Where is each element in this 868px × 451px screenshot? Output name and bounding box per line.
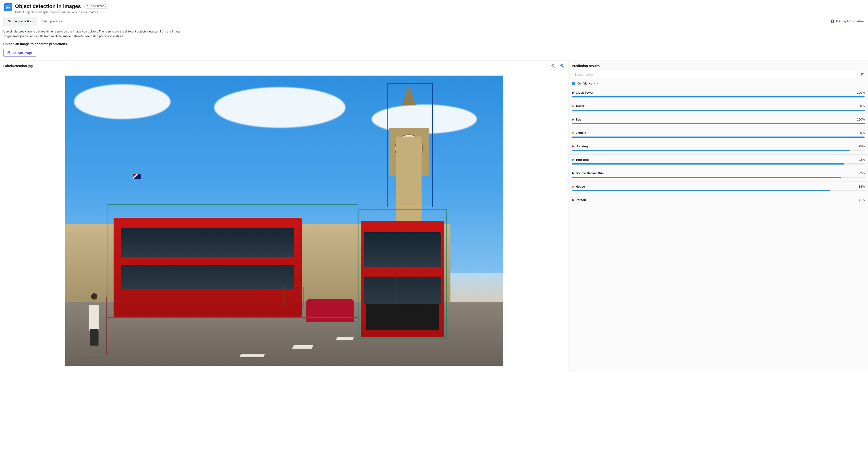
result-dot — [572, 92, 574, 94]
zoom-in-button[interactable] — [559, 63, 565, 69]
page-subtitle: Detect objects, concepts, scenes, and ac… — [15, 10, 864, 14]
tab-batch-prediction[interactable]: Batch prediction — [37, 17, 68, 26]
upload-button-label: Upload image — [12, 51, 32, 55]
upload-image-button[interactable]: Upload image — [3, 49, 36, 57]
result-label: Housing — [576, 144, 859, 148]
result-label: Clock Tower — [576, 91, 857, 94]
confidence-bar — [572, 190, 865, 191]
app-icon — [4, 3, 12, 11]
svg-rect-2 — [8, 52, 10, 54]
result-label: Vehicle — [576, 131, 857, 135]
result-label: House — [576, 185, 859, 188]
result-percent: 100% — [857, 104, 865, 108]
confidence-legend: Confidence i — [572, 82, 865, 85]
result-dot — [572, 132, 574, 134]
image-filename: LabelDetection.jpg — [3, 64, 547, 68]
zoom-out-icon — [551, 64, 555, 68]
result-percent: 100% — [857, 91, 865, 94]
result-label: Bus — [576, 118, 857, 121]
clipboard-icon — [7, 51, 10, 55]
result-dot — [572, 159, 574, 161]
result-item[interactable]: Bus100% — [568, 114, 868, 128]
detected-image: 453 — [65, 76, 503, 366]
search-labels-input[interactable] — [572, 71, 857, 78]
page-header: Object detection in images AI SOLUTION D… — [0, 0, 868, 17]
result-dot — [572, 145, 574, 147]
result-percent: 100% — [857, 131, 865, 135]
upload-heading: Upload an image to generate predictions. — [3, 42, 865, 46]
confidence-label: Confidence — [577, 82, 592, 85]
pricing-label: Pricing Information — [836, 20, 864, 23]
image-panel: LabelDetection.jpg — [0, 61, 568, 371]
result-label: Double Decker Bus — [576, 171, 859, 175]
results-title: Prediction results — [572, 64, 865, 68]
tab-single-prediction[interactable]: Single prediction — [3, 17, 37, 26]
zoom-out-button[interactable] — [550, 63, 556, 69]
confidence-bar — [572, 110, 865, 111]
result-item[interactable]: Person71% — [568, 195, 868, 205]
tabs-row: Single prediction Batch prediction $ Pri… — [0, 17, 868, 26]
result-item[interactable]: Tower100% — [568, 101, 868, 114]
bus-route-number: 453 — [372, 280, 432, 288]
result-percent: 71% — [859, 198, 865, 202]
result-dot — [572, 199, 574, 201]
result-percent: 100% — [857, 118, 865, 121]
result-label: Tour Bus — [576, 158, 859, 162]
sort-icon — [860, 73, 864, 77]
description-line-1: Use single prediction to get real-time r… — [3, 29, 865, 34]
result-percent: 88% — [859, 185, 865, 188]
result-item[interactable]: Double Decker Bus92% — [568, 168, 868, 181]
page-title: Object detection in images — [15, 3, 81, 9]
confidence-color-swatch — [572, 82, 575, 85]
pricing-information-link[interactable]: $ Pricing Information — [830, 18, 865, 25]
result-item[interactable]: House88% — [568, 181, 868, 195]
result-dot — [572, 119, 574, 120]
results-panel: Prediction results Confidence i Clock To… — [568, 61, 868, 371]
result-dot — [572, 105, 574, 107]
result-item[interactable]: Vehicle100% — [568, 128, 868, 141]
tab-description: Use single prediction to get real-time r… — [0, 26, 868, 41]
ai-solution-badge: AI SOLUTION — [84, 4, 109, 9]
result-percent: 93% — [859, 158, 865, 162]
info-icon[interactable]: i — [594, 82, 598, 85]
dollar-icon: $ — [831, 20, 834, 23]
result-item[interactable]: Housing95% — [568, 141, 868, 154]
confidence-bar — [572, 96, 865, 97]
confidence-bar — [572, 123, 865, 124]
sort-button[interactable] — [860, 72, 865, 77]
confidence-bar — [572, 137, 865, 138]
result-list: Clock Tower100%Tower100%Bus100%Vehicle10… — [568, 88, 868, 205]
description-line-2: To generate prediction results from mult… — [3, 34, 865, 38]
result-percent: 92% — [859, 171, 865, 175]
result-dot — [572, 186, 574, 188]
result-dot — [572, 172, 574, 174]
result-percent: 95% — [859, 144, 865, 148]
result-label: Tower — [576, 104, 857, 108]
confidence-bar — [572, 163, 865, 165]
result-item[interactable]: Tour Bus93% — [568, 154, 868, 168]
zoom-in-icon — [560, 64, 564, 68]
confidence-bar — [572, 177, 865, 178]
result-item[interactable]: Clock Tower100% — [568, 88, 868, 101]
result-label: Person — [576, 198, 859, 202]
confidence-bar — [572, 150, 865, 151]
